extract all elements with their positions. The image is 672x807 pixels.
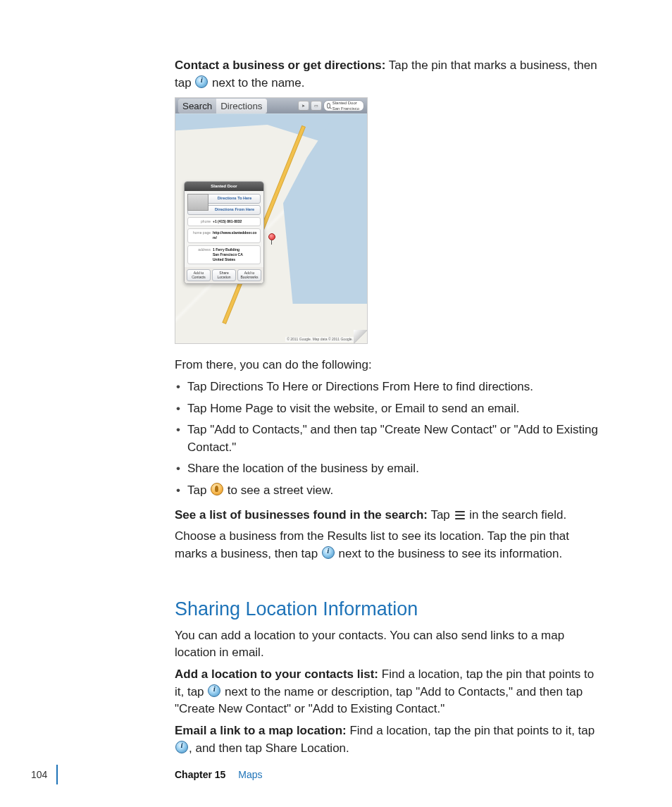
locate-icon[interactable]: ➤	[298, 101, 309, 111]
info-icon	[195, 75, 208, 88]
map-water	[247, 121, 367, 304]
map-attribution: © 2011 Google. Map data © 2011 Google.	[285, 337, 354, 342]
bullet-list: Tap Directions To Here or Directions Fro…	[175, 378, 602, 500]
list-item: Tap Home Page to visit the website, or E…	[175, 400, 602, 418]
see-list-lead: See a list of businesses found in the se…	[175, 508, 428, 522]
after-figure-text: From there, you can do the following:	[175, 357, 602, 374]
popup-title: Slanted Door	[185, 182, 263, 191]
footer-rule	[56, 765, 58, 784]
add-location-paragraph: Add a location to your contacts list: Fi…	[175, 666, 602, 718]
bullet5-b: to see a street view.	[224, 483, 333, 497]
bullet5-a: Tap	[187, 483, 210, 497]
footer-chapter: Chapter 15 Maps	[175, 768, 262, 782]
section-heading: Sharing Location Information	[175, 596, 602, 623]
list-item: Tap "Add to Contacts," and then tap "Cre…	[175, 421, 602, 456]
see-list-a: Tap	[428, 508, 454, 522]
address-row: address 1 Ferry Building San Francisco C…	[187, 245, 261, 265]
phone-value: +1 (415) 861-8032	[213, 219, 259, 224]
search-value: Slanted Door San Francisco	[332, 100, 361, 112]
list-item: Tap to see a street view.	[175, 482, 602, 500]
sharing-intro: You can add a location to your contacts.…	[175, 627, 602, 662]
document-page: Contact a business or get directions: Ta…	[0, 0, 672, 807]
homepage-label: home page	[189, 230, 213, 241]
homepage-value: http://www.slanteddoor.com/	[213, 230, 259, 241]
email-link-a: Find a location, tap the pin that points…	[347, 724, 595, 737]
street-view-icon	[211, 483, 223, 495]
place-thumbnail	[187, 194, 209, 211]
place-popup: Slanted Door Directions To Here Directio…	[184, 181, 264, 284]
map-pin[interactable]	[268, 233, 275, 240]
popup-actions: Add to Contacts Share Location Add to Bo…	[185, 267, 263, 283]
address-value: 1 Ferry Building San Francisco CA United…	[213, 247, 259, 263]
info-icon	[208, 684, 220, 697]
list-item: Share the location of the business by em…	[175, 460, 602, 478]
map-screenshot-figure: Search Directions ➤ ▭ Slanted Door San F…	[175, 97, 368, 344]
map-toolbar: Search Directions ➤ ▭ Slanted Door San F…	[175, 98, 367, 113]
info-icon	[322, 546, 335, 559]
search-tab[interactable]: Search	[178, 99, 216, 113]
list-item: Tap Directions To Here or Directions Fro…	[175, 378, 602, 396]
address-label: address	[189, 247, 213, 263]
info-icon	[175, 741, 188, 753]
share-location-button[interactable]: Share Location	[212, 269, 236, 281]
intro-lead: Contact a business or get directions:	[175, 58, 385, 72]
bookmarks-icon[interactable]: ▭	[311, 101, 322, 111]
email-link-lead: Email a link to a map location:	[175, 724, 347, 737]
add-to-bookmarks-button[interactable]: Add to Bookmarks	[237, 269, 261, 281]
intro-paragraph: Contact a business or get directions: Ta…	[175, 57, 602, 92]
add-location-lead: Add a location to your contacts list:	[175, 667, 378, 681]
see-list-b: in the search field.	[466, 508, 567, 522]
intro-text-b: next to the name.	[209, 76, 304, 90]
search-field[interactable]: Slanted Door San Francisco	[323, 100, 365, 111]
mode-segmented-control[interactable]: Search Directions	[178, 99, 267, 113]
chapter-label: Chapter 15	[175, 769, 225, 780]
email-link-b: , and then tap Share Location.	[189, 741, 349, 755]
choose-b: next to the business to see its informat…	[335, 547, 562, 560]
phone-row[interactable]: phone +1 (415) 861-8032	[187, 217, 261, 226]
add-location-b: next to the name or description, tap "Ad…	[175, 685, 583, 716]
see-list-paragraph: See a list of businesses found in the se…	[175, 507, 602, 524]
page-footer: 104 Chapter 15 Maps	[0, 765, 672, 786]
directions-tab[interactable]: Directions	[216, 99, 266, 113]
email-link-paragraph: Email a link to a map location: Find a l…	[175, 722, 602, 757]
search-icon	[327, 103, 330, 109]
page-number: 104	[31, 768, 47, 782]
list-icon	[455, 511, 465, 519]
homepage-row[interactable]: home page http://www.slanteddoor.com/	[187, 228, 261, 243]
add-to-contacts-button[interactable]: Add to Contacts	[187, 269, 211, 281]
choose-paragraph: Choose a business from the Results list …	[175, 528, 602, 562]
page-curl-icon[interactable]	[354, 330, 368, 344]
phone-label: phone	[189, 219, 213, 224]
chapter-title: Maps	[238, 769, 262, 780]
map-canvas[interactable]: Slanted Door Directions To Here Directio…	[175, 113, 367, 343]
